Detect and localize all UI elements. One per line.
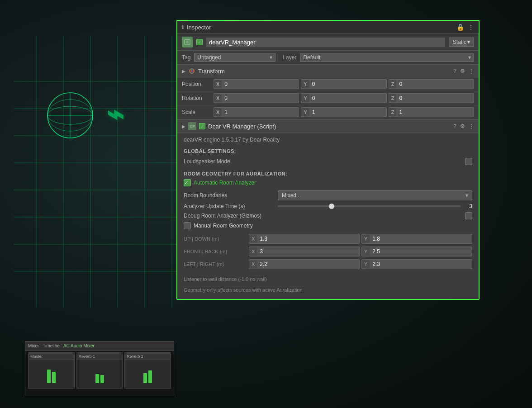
analyzer-update-slider-track[interactable]: [278, 205, 461, 207]
room-boundaries-dropdown[interactable]: Mixed... ▾: [278, 190, 472, 200]
inspector-tab-bar: ℹ Inspector 🔒 ⋮: [177, 21, 479, 34]
script-settings-icon[interactable]: ⚙: [460, 123, 465, 129]
automatic-room-analyzer-checkbox[interactable]: ✓: [184, 179, 191, 186]
scale-xyz-group: X 1 Y 1 Z 1: [214, 107, 474, 117]
layer-dropdown[interactable]: Default ▾: [300, 53, 474, 62]
position-x-label: X: [214, 80, 222, 88]
script-content: dearVR engine 1.5.0.17 by Dear Reality G…: [177, 133, 479, 299]
transform-collapse-arrow: ▶: [182, 69, 185, 74]
room-geometry-label: ROOM GEOMETRY FOR AURALIZATION:: [184, 171, 472, 176]
script-menu-icon[interactable]: ⋮: [469, 123, 474, 129]
position-row: Position X 0 Y 0 Z 0: [177, 77, 479, 91]
transform-help-icon[interactable]: ?: [453, 68, 456, 74]
static-button[interactable]: Static ▾: [449, 38, 474, 47]
analyzer-update-slider-fill: [278, 205, 332, 207]
room-boundaries-label: Room Boundaries: [184, 192, 274, 199]
automatic-room-analyzer-label: Automatic Room Analyzer: [194, 180, 256, 186]
front-back-y-value: 2.5: [370, 247, 383, 256]
engine-version-text: dearVR engine 1.5.0.17 by Dear Reality: [184, 137, 472, 143]
front-back-x-field[interactable]: X 3: [249, 247, 360, 256]
front-back-y-axis: Y: [362, 247, 370, 256]
rotation-x-label: X: [214, 94, 222, 102]
left-right-x-axis: X: [249, 260, 257, 268]
left-right-x-field[interactable]: X 2.2: [249, 259, 360, 269]
up-down-y-field[interactable]: Y 1.8: [361, 234, 472, 244]
rotation-z-field[interactable]: Z 0: [389, 93, 474, 103]
footer-note-1: Listener to wall distance (-1.0 no wall): [184, 274, 472, 285]
left-right-x-value: 2.2: [257, 260, 270, 269]
position-xyz-group: X 0 Y 0 Z 0: [214, 79, 474, 89]
position-z-field[interactable]: Z 0: [389, 79, 474, 89]
up-down-x-axis: X: [249, 235, 257, 243]
footer-note-2: Geometry only affects sources with activ…: [184, 285, 472, 296]
rotation-xyz-group: X 0 Y 0 Z 0: [214, 93, 474, 103]
script-help-icon[interactable]: ?: [453, 123, 456, 129]
up-down-x-field[interactable]: X 1.3: [249, 234, 360, 244]
left-right-xy-pair: X 2.2 Y 2.3: [249, 259, 472, 269]
lock-icon[interactable]: 🔒: [456, 24, 464, 31]
loudspeaker-mode-row: Loudspeaker Mode: [184, 157, 472, 166]
scale-y-label: Y: [301, 108, 309, 116]
debug-room-analyzer-checkbox[interactable]: [465, 212, 472, 219]
menu-icon[interactable]: ⋮: [468, 24, 474, 31]
left-right-y-field[interactable]: Y 2.3: [361, 259, 472, 269]
transform-section-actions: ? ⚙ ⋮: [453, 68, 474, 74]
position-label: Position: [182, 81, 214, 87]
manual-room-geometry-row: Manual Room Geometry: [184, 221, 472, 231]
up-down-y-axis: Y: [362, 235, 370, 243]
up-down-y-value: 1.8: [370, 234, 383, 243]
analyzer-update-value: 3: [463, 203, 472, 209]
object-name-input[interactable]: dearVR_Manager: [206, 38, 445, 47]
script-section-actions: ? ⚙ ⋮: [453, 123, 474, 129]
transform-section-header[interactable]: ▶ Transform ? ⚙ ⋮: [177, 65, 479, 77]
up-down-row: UP | DOWN (m) X 1.3 Y 1.8: [184, 232, 472, 245]
object-enabled-checkbox[interactable]: ✓: [196, 39, 203, 45]
tag-value: Untagged: [197, 54, 221, 61]
transform-section-title: Transform: [198, 68, 451, 75]
scale-label: Scale: [182, 109, 214, 115]
script-section-title: Dear VR Manager (Script): [208, 123, 451, 130]
position-y-field[interactable]: Y 0: [301, 79, 386, 89]
up-down-xy-pair: X 1.3 Y 1.8: [249, 234, 472, 244]
tag-dropdown[interactable]: Untagged ▾: [194, 53, 276, 62]
room-boundaries-row: Room Boundaries Mixed... ▾: [184, 189, 472, 202]
rotation-x-field[interactable]: X 0: [214, 93, 299, 103]
tag-dropdown-arrow: ▾: [270, 54, 272, 61]
static-dropdown-arrow: ▾: [467, 39, 470, 45]
script-enabled-checkbox[interactable]: ✓: [199, 123, 205, 129]
scale-y-field[interactable]: Y 1: [301, 107, 386, 117]
manual-room-geometry-checkbox[interactable]: [184, 222, 191, 229]
tag-label: Tag: [182, 54, 190, 61]
inspector-panel: ℹ Inspector 🔒 ⋮ ✓ dearVR_Manager Static …: [176, 20, 480, 300]
rotation-y-field[interactable]: Y 0: [301, 93, 386, 103]
transform-settings-icon[interactable]: ⚙: [460, 68, 465, 74]
grid-lines: [14, 36, 185, 308]
scale-z-field[interactable]: Z 1: [389, 107, 474, 117]
loudspeaker-mode-label: Loudspeaker Mode: [184, 158, 461, 165]
script-icon: C#: [188, 122, 196, 130]
position-y-label: Y: [301, 80, 309, 88]
front-back-y-field[interactable]: Y 2.5: [361, 247, 472, 256]
rotation-y-label: Y: [301, 94, 309, 102]
analyzer-update-label: Analyzer Update Time (s): [184, 203, 274, 209]
position-z-value: 0: [396, 80, 474, 89]
debug-room-analyzer-label: Debug Room Analyzer (Gizmos): [184, 213, 462, 219]
left-right-y-axis: Y: [362, 260, 370, 268]
manual-room-geometry-label: Manual Room Geometry: [194, 223, 253, 229]
tag-layer-row: Tag Untagged ▾ Layer Default ▾: [177, 51, 479, 65]
loudspeaker-mode-checkbox[interactable]: [465, 158, 472, 165]
inspector-tab-actions: 🔒 ⋮: [456, 24, 474, 31]
global-settings-label: GLOBAL SETTINGS:: [184, 148, 472, 154]
transform-menu-icon[interactable]: ⋮: [469, 68, 474, 74]
analyzer-update-slider-thumb[interactable]: [329, 204, 334, 209]
scale-x-label: X: [214, 108, 222, 116]
rotation-z-label: Z: [389, 94, 397, 102]
automatic-room-analyzer-row: ✓ Automatic Room Analyzer: [184, 179, 472, 186]
rotation-label: Rotation: [182, 95, 214, 101]
rotation-y-value: 0: [309, 94, 386, 103]
footer-notes: Listener to wall distance (-1.0 no wall)…: [184, 274, 472, 295]
front-back-x-value: 3: [257, 247, 266, 256]
position-x-field[interactable]: X 0: [214, 79, 299, 89]
scale-x-field[interactable]: X 1: [214, 107, 299, 117]
sphere-wireframe: [45, 90, 95, 140]
